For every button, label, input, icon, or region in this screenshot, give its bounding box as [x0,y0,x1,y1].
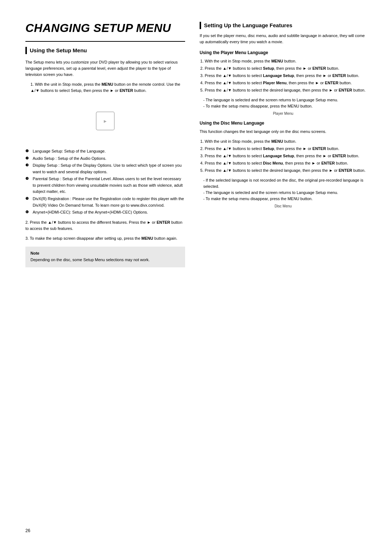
right-intro: If you set the player menu, disc menu, a… [200,33,367,45]
diagram-icon: ▶ [94,110,116,132]
subsection2-step-2: Press the ▲/▼ buttons to select Setup, t… [205,146,367,152]
note-title: Note [30,251,180,255]
icon-list-item-3: ❸ Display Setup : Setup of the Display O… [25,162,185,175]
section1-step1: 1. With the unit in Stop mode, press the… [30,81,185,94]
icon-num-3: ❸ [25,162,31,168]
icon-text-4: Parental Setup : Setup of the Parental L… [33,176,185,195]
right-column: Setting Up the Language Features If you … [200,22,367,517]
subsection1-subbullets: The language is selected and the screen … [203,97,367,109]
icon-list-item-2: ❷ Audio Setup : Setup of the Audio Optio… [25,155,185,162]
subsection1-caption: Player Menu [200,112,367,116]
subsection1-steps: With the unit in Stop mode, press the ME… [205,58,367,93]
icon-list: ❶ Language Setup: Setup of the Language.… [25,148,185,216]
subsection1-step-4: Press the ▲/▼ buttons to select Player M… [205,80,367,86]
subsection2-bullet-1: If the selected language is not recorded… [203,177,367,190]
divider [25,41,185,42]
two-column-layout: CHANGING SETUP MENU Using the Setup Menu… [25,22,367,517]
icon-text-5: DivX(R) Registration : Please use the Re… [33,196,185,208]
setup-diagram: ▶ [25,97,185,145]
subsection2-step-3: Press the ▲/▼ buttons to select Language… [205,153,367,159]
note-box: Note Depending on the disc, some Setup M… [25,247,185,267]
subsection1-step-2: Press the ▲/▼ buttons to select Setup, t… [205,65,367,72]
subsection2-bullet-2: The language is selected and the screen … [203,190,367,196]
icon-list-item-6: ❻ Anynet+(HDMI-CEC): Setup of the Anynet… [25,209,185,216]
svg-text:▶: ▶ [104,119,107,123]
subsection2-caption: Disc Menu [200,204,367,208]
subsection1-step-3: Press the ▲/▼ buttons to select Language… [205,73,367,79]
subsection2-bullet-3: To make the setup menu disappear, press … [203,196,367,202]
section1-step3: 3. To make the setup screen disappear af… [25,235,185,242]
subsection2-steps: With the unit in Stop mode, press the ME… [205,138,367,174]
subsection2-step-4: Press the ▲/▼ buttons to select Disc Men… [205,160,367,166]
icon-list-item-1: ❶ Language Setup: Setup of the Language. [25,148,185,155]
subsection2-subbullets: If the selected language is not recorded… [203,177,367,202]
icon-num-5: ❺ [25,196,31,202]
main-title: CHANGING SETUP MENU [25,22,185,35]
section1-step2: 2. Press the ▲/▼ buttons to access the d… [25,219,185,232]
section1-heading: Using the Setup Menu [25,47,185,54]
note-text: Depending on the disc, some Setup Menu s… [30,257,180,263]
subsection1-bullet-2: To make the setup menu disappear, press … [203,103,367,109]
subsection1-step-1: With the unit in Stop mode, press the ME… [205,58,367,64]
section1-intro: The Setup menu lets you customize your D… [25,59,185,78]
subsection2-step-1: With the unit in Stop mode, press the ME… [205,138,367,145]
subsection2-step-5: Press the ▲/▼ buttons to select the desi… [205,167,367,174]
icon-text-2: Audio Setup : Setup of the Audio Options… [33,155,106,162]
subsection1-step-5: Press the ▲/▼ buttons to select the desi… [205,87,367,93]
page: CHANGING SETUP MENU Using the Setup Menu… [0,0,392,555]
page-number: 26 [25,528,367,533]
subsection1-heading: Using the Player Menu Language [200,50,367,55]
icon-num-4: ❹ [25,176,31,182]
subsection2-heading: Using the Disc Menu Language [200,121,367,126]
icon-text-6: Anynet+(HDMI-CEC): Setup of the Anynet+(… [33,209,148,216]
icon-num-2: ❷ [25,155,31,161]
icon-text-3: Display Setup : Setup of the Display Opt… [33,162,185,175]
left-column: CHANGING SETUP MENU Using the Setup Menu… [25,22,185,517]
section1-step1-block: 1. With the unit in Stop mode, press the… [30,81,185,94]
subsection2-intro: This function changes the text language … [200,129,367,135]
icon-list-item-5: ❺ DivX(R) Registration : Please use the … [25,196,185,208]
icon-num-6: ❻ [25,209,31,215]
icon-list-item-4: ❹ Parental Setup : Setup of the Parental… [25,176,185,195]
subsection1-bullet-1: The language is selected and the screen … [203,97,367,103]
right-section-heading: Setting Up the Language Features [200,22,367,29]
icon-text-1: Language Setup: Setup of the Language. [33,148,106,155]
icon-num-1: ❶ [25,148,31,154]
